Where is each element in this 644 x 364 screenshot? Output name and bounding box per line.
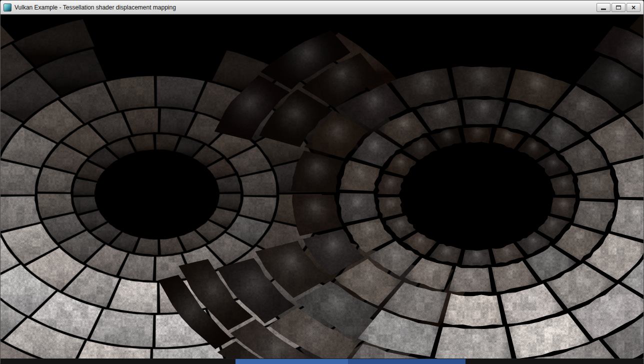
close-button[interactable]: × <box>626 3 640 12</box>
minimize-icon <box>601 8 606 10</box>
render-viewport[interactable] <box>0 14 644 358</box>
window-title: Vulkan Example - Tessellation shader dis… <box>14 4 592 11</box>
taskbar-segment <box>466 359 644 364</box>
app-window: Vulkan Example - Tessellation shader dis… <box>0 0 644 364</box>
taskbar-segment <box>348 359 466 364</box>
maximize-icon <box>616 6 621 10</box>
title-bar[interactable]: Vulkan Example - Tessellation shader dis… <box>0 0 644 14</box>
window-controls: × <box>596 3 640 12</box>
minimize-button[interactable] <box>596 3 610 12</box>
maximize-button[interactable] <box>612 3 626 12</box>
taskbar-strip <box>0 358 644 364</box>
close-icon: × <box>632 4 636 11</box>
app-icon <box>4 4 12 12</box>
taskbar-segment <box>236 359 348 364</box>
taskbar-segment <box>0 359 236 364</box>
